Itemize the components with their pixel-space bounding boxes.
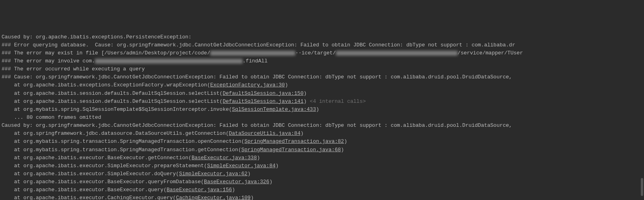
stack-tail: ) <box>304 90 307 96</box>
redacted-segment <box>95 59 243 64</box>
stack-class-method: org.apache.ibatis.executor.BaseExecutor.… <box>24 155 192 161</box>
stack-trace-line: ### Cause: org.springframework.jdbc.Cann… <box>0 73 644 81</box>
log-text-fragment: ··ice/target/ <box>295 50 336 56</box>
stack-tail: ) <box>232 187 235 193</box>
stack-class-method: org.mybatis.spring.transaction.SpringMan… <box>24 138 245 144</box>
redacted-segment <box>336 51 458 56</box>
stack-trace-line: ### The error may involve com..findAll <box>0 57 644 65</box>
stack-trace-line: at org.apache.ibatis.session.defaults.De… <box>0 90 644 98</box>
source-link[interactable]: SimpleExecutor.java:62 <box>179 171 248 177</box>
stack-class-method: org.apache.ibatis.session.defaults.Defau… <box>24 90 223 96</box>
stack-indent: at <box>2 82 24 88</box>
source-link[interactable]: DataSourceUtils.java:84 <box>229 130 300 136</box>
log-text-suffix: .findAll <box>243 58 267 64</box>
console-output: Caused by: org.apache.ibatis.exceptions.… <box>0 33 644 200</box>
stack-trace-line: at org.apache.ibatis.executor.BaseExecut… <box>0 154 644 162</box>
stack-trace-line: at org.mybatis.spring.transaction.Spring… <box>0 138 644 146</box>
log-text: ### Error querying database. Cause: org.… <box>2 42 515 48</box>
stack-tail: ) <box>344 138 347 144</box>
log-text-suffix: /service/mapper/TUser <box>458 50 523 56</box>
source-link[interactable]: DefaultSqlSession.java:150 <box>223 90 304 96</box>
source-link[interactable]: BaseExecutor.java:338 <box>192 155 257 161</box>
log-text: ### The error may exist in file [/Users/… <box>2 50 210 56</box>
stack-trace-line: at org.apache.ibatis.exceptions.Exceptio… <box>0 81 644 89</box>
stack-class-method: org.apache.ibatis.executor.BaseExecutor.… <box>24 179 204 185</box>
stack-trace-line: at org.mybatis.spring.transaction.Spring… <box>0 146 644 154</box>
stack-tail: ) <box>285 82 288 88</box>
internal-calls-note: <4 internal calls> <box>307 98 366 104</box>
stack-tail: ) <box>341 147 344 153</box>
source-link[interactable]: CachingExecutor.java:109 <box>176 195 251 200</box>
source-link[interactable]: BaseExecutor.java:326 <box>204 179 269 185</box>
source-link[interactable]: SpringManagedTransaction.java:82 <box>245 138 344 144</box>
stack-indent: at <box>2 187 24 193</box>
stack-class-method: org.springframework.jdbc.datasource.Data… <box>24 130 229 136</box>
source-link[interactable]: SpringManagedTransaction.java:68 <box>241 147 341 153</box>
log-text: Caused by: org.springframework.jdbc.Cann… <box>2 122 512 128</box>
stack-tail: ) <box>316 106 319 112</box>
stack-tail: ) <box>251 195 254 200</box>
stack-trace-line: ### Error querying database. Cause: org.… <box>0 41 644 49</box>
stack-class-method: org.apache.ibatis.executor.CachingExecut… <box>24 195 176 200</box>
stack-indent: at <box>2 163 24 169</box>
stack-tail: ) <box>269 179 273 185</box>
stack-indent: at <box>2 195 24 200</box>
stack-indent: at <box>2 179 24 185</box>
stack-trace-line: ### The error may exist in file [/Users/… <box>0 49 644 57</box>
stack-trace-line: ... 80 common frames omitted <box>0 114 644 122</box>
stack-indent: at <box>2 171 24 177</box>
stack-indent: at <box>2 106 24 112</box>
scrollbar-thumb[interactable] <box>641 178 643 196</box>
log-text: ### Cause: org.springframework.jdbc.Cann… <box>2 74 512 80</box>
stack-trace-line: ### The error occurred while executing a… <box>0 65 644 73</box>
stack-indent: at <box>2 147 24 153</box>
source-link[interactable]: SqlSessionTemplate.java:433 <box>232 106 316 112</box>
stack-trace-line: Caused by: org.apache.ibatis.exceptions.… <box>0 33 644 41</box>
log-text: ... 80 common frames omitted <box>2 114 101 120</box>
stack-class-method: org.apache.ibatis.exceptions.ExceptionFa… <box>24 82 210 88</box>
source-link[interactable]: ExceptionFactory.java:30 <box>210 82 285 88</box>
stack-indent: at <box>2 98 24 104</box>
stack-tail: ) <box>304 98 307 104</box>
stack-indent: at <box>2 130 24 136</box>
stack-class-method: org.mybatis.spring.transaction.SpringMan… <box>24 147 241 153</box>
stack-trace-line: at org.apache.ibatis.executor.CachingExe… <box>0 194 644 200</box>
stack-trace-line: at org.springframework.jdbc.datasource.D… <box>0 130 644 138</box>
stack-class-method: org.apache.ibatis.executor.BaseExecutor.… <box>24 187 167 193</box>
stack-class-method: org.mybatis.spring.SqlSessionTemplate$Sq… <box>24 106 232 112</box>
log-text: ### The error may involve com. <box>2 58 95 64</box>
stack-trace-line: at org.apache.ibatis.executor.SimpleExec… <box>0 162 644 170</box>
source-link[interactable]: SimpleExecutor.java:84 <box>207 163 276 169</box>
stack-trace-line: at org.apache.ibatis.executor.SimpleExec… <box>0 170 644 178</box>
stack-class-method: org.apache.ibatis.executor.SimpleExecuto… <box>24 163 207 169</box>
log-text: ### The error occurred while executing a… <box>2 66 145 72</box>
redacted-segment <box>210 51 296 56</box>
stack-trace-line: at org.apache.ibatis.session.defaults.De… <box>0 98 644 106</box>
source-link[interactable]: BaseExecutor.java:156 <box>166 187 232 193</box>
stack-class-method: org.apache.ibatis.session.defaults.Defau… <box>24 98 223 104</box>
stack-tail: ) <box>276 163 279 169</box>
log-text: Caused by: org.apache.ibatis.exceptions.… <box>2 34 192 40</box>
stack-tail: ) <box>257 155 260 161</box>
stack-tail: ) <box>300 130 304 136</box>
stack-trace-line: at org.mybatis.spring.SqlSessionTemplate… <box>0 106 644 114</box>
stack-class-method: org.apache.ibatis.executor.SimpleExecuto… <box>24 171 179 177</box>
stack-trace-line: Caused by: org.springframework.jdbc.Cann… <box>0 122 644 130</box>
stack-indent: at <box>2 90 24 96</box>
stack-tail: ) <box>247 171 251 177</box>
stack-trace-line: at org.apache.ibatis.executor.BaseExecut… <box>0 186 644 194</box>
stack-indent: at <box>2 138 24 144</box>
stack-trace-line: at org.apache.ibatis.executor.BaseExecut… <box>0 178 644 186</box>
source-link[interactable]: DefaultSqlSession.java:141 <box>223 98 304 104</box>
stack-indent: at <box>2 155 24 161</box>
